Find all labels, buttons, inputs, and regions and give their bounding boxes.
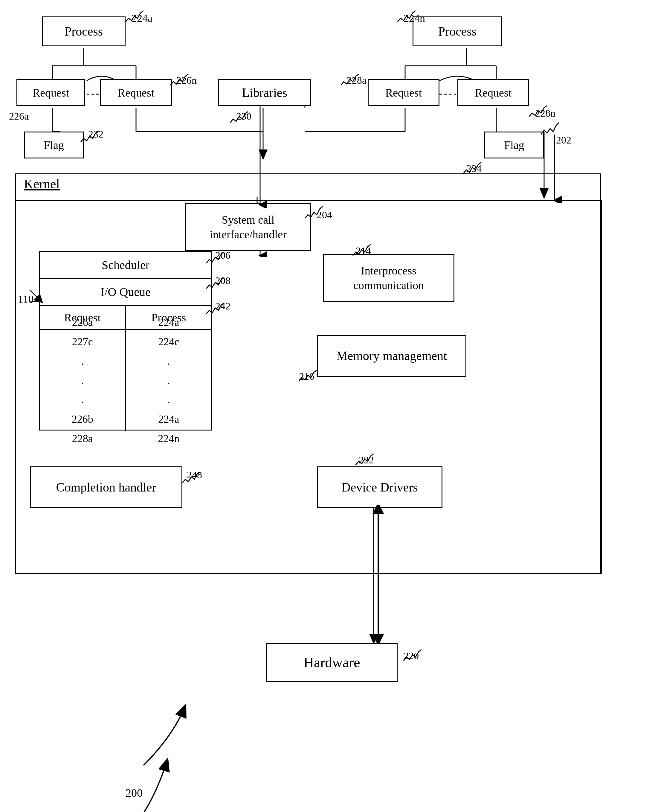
request-228a-box: Request	[368, 79, 440, 106]
io-queue-cell: I/O Queue	[40, 279, 211, 306]
request-228a-label: Request	[385, 86, 422, 99]
request-226a-label: Request	[33, 86, 69, 99]
interprocess-box: Interprocesscommunication	[323, 254, 454, 302]
flag-right-label: Flag	[504, 139, 524, 151]
syscall-label: System callinterface/handler	[209, 212, 286, 242]
process-right-box: Process	[412, 17, 502, 46]
device-drivers-box: Device Drivers	[317, 466, 443, 508]
flag-right-box: Flag	[484, 131, 544, 159]
flag-left-box: Flag	[24, 131, 84, 159]
kernel-label: Kernel	[24, 176, 60, 192]
process-right-label: Process	[438, 24, 476, 38]
completion-label: Completion handler	[56, 480, 156, 495]
ref-226a: 226a	[9, 111, 29, 122]
memory-mgmt-label: Memory management	[336, 349, 447, 363]
request-228n-label: Request	[475, 86, 512, 99]
outer-right-border	[601, 200, 602, 574]
completion-box: Completion handler	[30, 466, 182, 508]
ref-200: 200	[125, 786, 143, 800]
flag-left-label: Flag	[44, 139, 64, 151]
interprocess-label: Interprocesscommunication	[353, 263, 424, 293]
table-headers: Request Process	[40, 306, 211, 330]
memory-mgmt-box: Memory management	[317, 335, 466, 377]
request-data: 226a227c...226b228a	[40, 330, 126, 431]
libraries-label: Libraries	[242, 85, 287, 100]
libraries-box: Libraries	[218, 79, 311, 106]
hardware-box: Hardware	[266, 643, 398, 682]
request-226n-box: Request	[100, 79, 172, 106]
device-drivers-label: Device Drivers	[341, 480, 418, 495]
scheduler-block: Scheduler I/O Queue Request Process 226a…	[39, 251, 212, 430]
request-226n-label: Request	[118, 86, 154, 99]
process-data: 224a224c...224a224n	[126, 330, 212, 431]
process-left-label: Process	[64, 24, 103, 38]
scheduler-cell: Scheduler	[40, 252, 211, 279]
syscall-box: System callinterface/handler	[185, 203, 311, 251]
table-data: 226a227c...226b228a 224a224c...224a224n	[40, 330, 211, 431]
request-228n-box: Request	[457, 79, 529, 106]
outer-top-border	[15, 200, 601, 201]
process-left-box: Process	[42, 17, 125, 46]
request-226a-box: Request	[17, 79, 85, 106]
hardware-label: Hardware	[304, 654, 360, 671]
